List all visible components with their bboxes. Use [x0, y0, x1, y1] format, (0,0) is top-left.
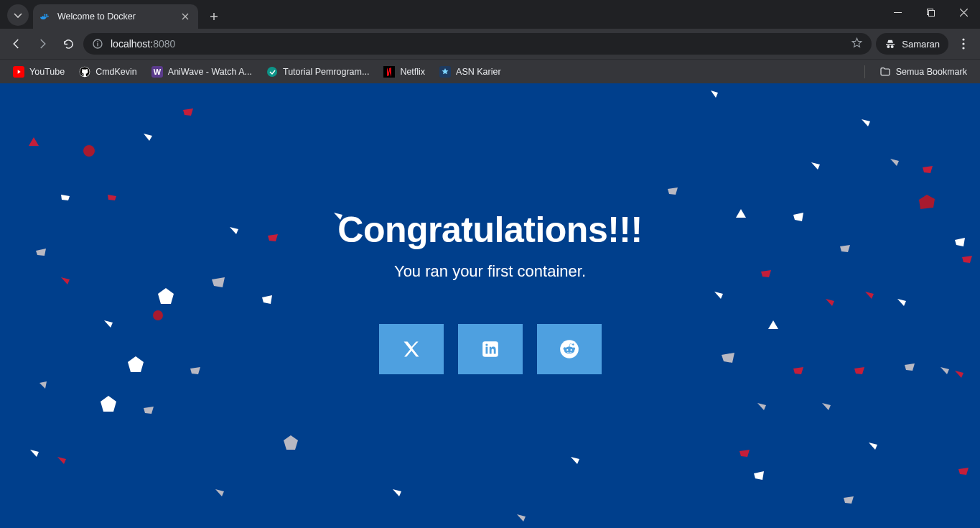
svg-marker-61	[897, 299, 906, 306]
svg-point-6	[962, 38, 964, 40]
nav-back-button[interactable]	[6, 33, 27, 55]
profile-label: Samaran	[902, 39, 940, 50]
svg-marker-22	[36, 249, 46, 256]
svg-marker-31	[39, 381, 47, 389]
svg-marker-28	[128, 356, 144, 372]
confetti-piece	[101, 396, 116, 412]
confetti-piece	[919, 195, 935, 210]
tab-strip: Welcome to Docker	[0, 0, 980, 29]
share-linkedin-button[interactable]	[458, 324, 523, 374]
svg-marker-57	[761, 270, 771, 277]
svg-marker-37	[262, 295, 272, 304]
confetti-piece	[844, 496, 854, 504]
svg-rect-0	[894, 12, 902, 13]
bookmark-netflix[interactable]: Netflix	[378, 63, 431, 80]
svg-marker-68	[955, 371, 963, 378]
tab-close-button[interactable]	[179, 11, 191, 22]
svg-text:W: W	[154, 68, 162, 76]
confetti-piece	[761, 270, 771, 277]
svg-rect-5	[97, 41, 98, 42]
confetti-piece	[61, 277, 70, 284]
browser-menu-button[interactable]	[953, 33, 974, 55]
svg-marker-19	[183, 108, 193, 116]
confetti-piece	[955, 371, 963, 378]
svg-marker-49	[811, 162, 820, 170]
svg-marker-74	[958, 468, 969, 475]
confetti-piece	[158, 288, 174, 304]
confetti-piece	[822, 403, 831, 410]
confetti-piece	[905, 363, 915, 371]
svg-marker-54	[955, 238, 965, 246]
bookmark-aniwave[interactable]: W AniWave - Watch A...	[146, 63, 258, 80]
confetti-piece	[869, 443, 877, 450]
window-minimize-button[interactable]	[881, 0, 914, 24]
share-row	[379, 324, 602, 374]
x-icon	[401, 339, 421, 359]
svg-marker-75	[844, 496, 854, 504]
svg-marker-63	[722, 353, 734, 363]
svg-marker-70	[757, 403, 766, 410]
page-subhead: You ran your first container.	[394, 262, 586, 281]
svg-marker-50	[862, 119, 870, 126]
confetti-piece	[840, 245, 850, 252]
page-content: Congratulations!!! You ran your first co…	[0, 83, 980, 528]
nav-forward-button[interactable]	[32, 33, 53, 55]
bookmark-asnkarier[interactable]: ASN Karier	[434, 63, 507, 80]
confetti-piece	[144, 134, 152, 141]
confetti-piece	[923, 166, 933, 173]
confetti-piece	[108, 195, 116, 200]
svg-marker-59	[826, 299, 834, 306]
confetti-piece	[854, 367, 864, 374]
bookmark-youtube[interactable]: YouTube	[7, 63, 70, 80]
svg-marker-65	[854, 367, 864, 374]
confetti-piece	[793, 213, 803, 221]
tab-search-button[interactable]	[7, 4, 29, 26]
profile-button[interactable]: Samaran	[876, 33, 948, 55]
confetti-piece	[144, 407, 154, 414]
window-close-button[interactable]	[947, 0, 980, 24]
confetti-piece	[793, 367, 803, 374]
window-maximize-button[interactable]	[914, 0, 947, 24]
svg-point-13	[267, 67, 277, 77]
bookmark-tutorial[interactable]: Tutorial Pemrogram...	[261, 63, 375, 80]
all-bookmarks-button[interactable]: Semua Bookmark	[874, 63, 973, 80]
svg-marker-72	[754, 471, 764, 480]
confetti-piece	[83, 144, 95, 157]
site-info-icon[interactable]	[92, 38, 103, 50]
confetti-piece	[941, 367, 949, 374]
share-twitter-button[interactable]	[379, 324, 444, 374]
confetti-piece	[958, 468, 969, 475]
svg-point-26	[153, 310, 163, 320]
folder-icon	[879, 66, 891, 78]
svg-rect-14	[383, 66, 395, 78]
confetti-piece	[722, 353, 734, 363]
svg-marker-64	[793, 367, 803, 374]
nav-reload-button[interactable]	[57, 33, 79, 55]
linkedin-icon	[481, 340, 500, 358]
reddit-icon	[559, 339, 579, 359]
bookmark-star-icon[interactable]	[851, 37, 863, 51]
share-reddit-button[interactable]	[537, 324, 602, 374]
bookmark-cmdkevin[interactable]: CmdKevin	[73, 63, 143, 80]
svg-marker-34	[144, 407, 154, 414]
svg-marker-33	[57, 457, 66, 464]
svg-marker-18	[144, 134, 152, 141]
confetti-piece	[517, 514, 526, 522]
svg-point-7	[962, 42, 964, 45]
confetti-piece	[826, 299, 834, 306]
confetti-piece	[57, 457, 66, 464]
svg-marker-40	[215, 489, 224, 496]
confetti-piece	[736, 209, 746, 218]
confetti-piece	[183, 108, 193, 116]
address-bar[interactable]: localhost:8080	[83, 33, 872, 55]
teal-dot-icon	[266, 66, 278, 78]
new-tab-button[interactable]	[204, 6, 224, 27]
confetti-piece	[284, 435, 298, 450]
svg-point-8	[962, 47, 964, 49]
svg-marker-30	[101, 396, 116, 412]
tab-active[interactable]: Welcome to Docker	[33, 4, 198, 29]
confetti-piece	[190, 367, 200, 374]
confetti-piece	[152, 310, 164, 321]
svg-marker-55	[962, 256, 972, 263]
svg-marker-25	[104, 320, 113, 328]
